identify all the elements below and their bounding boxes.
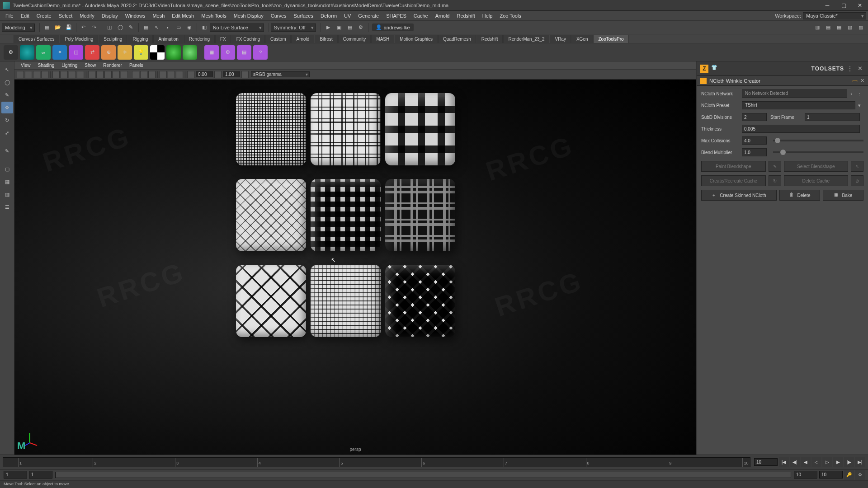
- vp-smooth-shade-icon[interactable]: [96, 71, 104, 78]
- view-menu-show[interactable]: Show: [81, 62, 99, 68]
- menu-redshift[interactable]: Redshift: [453, 12, 478, 19]
- workspace-select[interactable]: Maya Classic*: [803, 12, 866, 19]
- live-surface-dropdown[interactable]: No Live Surface: [210, 23, 264, 32]
- vp-xray-icon[interactable]: [140, 71, 147, 78]
- vp-resolution-gate-icon[interactable]: [69, 71, 76, 78]
- select-mode-icon[interactable]: ◫: [104, 23, 114, 33]
- scale-tool-icon[interactable]: ⤢: [1, 127, 13, 139]
- new-scene-icon[interactable]: ▦: [42, 23, 52, 33]
- cushion-7[interactable]: [236, 265, 306, 337]
- cushion-9[interactable]: [385, 265, 455, 337]
- cushion-4[interactable]: [236, 179, 306, 251]
- save-scene-icon[interactable]: 💾: [64, 23, 74, 33]
- paint-tool-icon[interactable]: ✎: [1, 89, 13, 101]
- range-start-field[interactable]: [4, 471, 27, 479]
- vp-select-camera-icon[interactable]: [17, 71, 24, 78]
- menu-help[interactable]: Help: [479, 12, 496, 19]
- rotate-tool-icon[interactable]: ↻: [1, 114, 13, 126]
- user-account[interactable]: 👤 andrewsilke: [372, 23, 414, 31]
- menu-generate[interactable]: Generate: [354, 12, 382, 19]
- go-start-icon[interactable]: |◀: [779, 457, 789, 467]
- toolsets-close-icon[interactable]: ✕: [856, 65, 864, 72]
- create-cache-button[interactable]: Create/Recreate Cache: [701, 175, 766, 186]
- undo-icon[interactable]: ↶: [79, 23, 89, 33]
- menu-mesh-display[interactable]: Mesh Display: [230, 12, 267, 19]
- vp-gamma-field[interactable]: [223, 71, 240, 77]
- sidebar-toggle-2-icon[interactable]: ▤: [823, 23, 833, 33]
- select-blend-icon[interactable]: ↖: [851, 161, 863, 172]
- tab-rendering[interactable]: Rendering: [184, 35, 215, 43]
- select-blendshape-button[interactable]: Select Blendshape: [784, 161, 849, 172]
- tab-xgen[interactable]: XGen: [571, 35, 593, 43]
- vp-isolate-icon[interactable]: [132, 71, 139, 78]
- shelf-zoo-atom-icon[interactable]: ⚛: [118, 45, 132, 60]
- cushion-1[interactable]: [236, 93, 306, 165]
- shelf-zoo-hdri-icon[interactable]: [166, 45, 181, 60]
- step-forward-icon[interactable]: ▶: [833, 457, 843, 467]
- shelf-zoo-light-icon[interactable]: 💡: [134, 45, 148, 60]
- layout-two-icon[interactable]: ▥: [1, 188, 13, 200]
- cushion-8[interactable]: [311, 265, 381, 337]
- paint-blend-icon[interactable]: ✎: [769, 161, 781, 172]
- tshirt-icon[interactable]: 👕: [711, 65, 719, 73]
- last-tool-icon[interactable]: ✎: [1, 145, 13, 157]
- tool-minimize-icon[interactable]: ▭: [852, 77, 858, 84]
- vp-wireframe-icon[interactable]: [88, 71, 95, 78]
- sidebar-toggle-3-icon[interactable]: ▦: [834, 23, 844, 33]
- maxcol-slider[interactable]: [773, 140, 863, 141]
- menu-windows[interactable]: Windows: [122, 12, 149, 19]
- blend-slider[interactable]: [773, 151, 863, 153]
- zoo-z-icon[interactable]: Z: [700, 65, 708, 73]
- shelf-zoo-globe-icon[interactable]: [20, 45, 34, 60]
- shelf-zoo-mirror-icon[interactable]: ◫: [69, 45, 83, 60]
- tab-community[interactable]: Community: [338, 35, 371, 43]
- range-end-field[interactable]: [819, 471, 843, 479]
- paint-blendshape-button[interactable]: Paint Blendshape: [701, 161, 766, 172]
- create-cache-icon[interactable]: ↻: [769, 175, 781, 186]
- cushion-2[interactable]: [311, 93, 381, 165]
- tab-rigging[interactable]: Rigging: [127, 35, 153, 43]
- render-settings-icon[interactable]: ⚙: [356, 23, 366, 33]
- minimize-button[interactable]: ─: [819, 0, 835, 11]
- go-end-icon[interactable]: ▶|: [855, 457, 865, 467]
- menu-surfaces[interactable]: Surfaces: [290, 12, 317, 19]
- tab-poly-modeling[interactable]: Poly Modeling: [60, 35, 98, 43]
- tab-arnold[interactable]: Arnold: [291, 35, 314, 43]
- range-playstart-field[interactable]: [29, 471, 52, 479]
- menu-shapes[interactable]: SHAPES: [382, 12, 410, 19]
- ncloth-preset-arrow-icon[interactable]: ▾: [855, 103, 863, 108]
- live-surface-icon[interactable]: ◧: [199, 23, 209, 33]
- thickness-field[interactable]: [742, 125, 860, 133]
- menu-modify[interactable]: Modify: [76, 12, 98, 19]
- viewport[interactable]: ↖ persp M RRCG RRCG RRCG RRCG: [14, 80, 696, 455]
- close-button[interactable]: ✕: [852, 0, 868, 11]
- tab-bifrost[interactable]: Bifrost: [315, 35, 337, 43]
- shelf-zoo-render-icon[interactable]: [183, 45, 197, 60]
- vp-ao-icon[interactable]: [160, 71, 167, 78]
- move-tool-icon[interactable]: ✥: [1, 102, 13, 113]
- vp-use-lights-icon[interactable]: [113, 71, 120, 78]
- view-menu-view[interactable]: View: [17, 62, 34, 68]
- menu-cache[interactable]: Cache: [410, 12, 432, 19]
- tab-renderman[interactable]: RenderMan_23_2: [503, 35, 549, 43]
- delete-cache-button[interactable]: Delete Cache: [784, 175, 849, 186]
- shelf-zoo-toolset-icon[interactable]: ▦: [204, 45, 219, 60]
- tab-quadremesh[interactable]: QuadRemesh: [438, 35, 476, 43]
- auto-key-icon[interactable]: 🔑: [844, 470, 854, 480]
- blend-field[interactable]: [742, 148, 767, 156]
- snap-live-icon[interactable]: ◉: [184, 23, 194, 33]
- menu-create[interactable]: Create: [33, 12, 55, 19]
- tool-close-icon[interactable]: ✕: [860, 78, 864, 84]
- sidebar-toggle-5-icon[interactable]: ▨: [856, 23, 866, 33]
- tab-zootoolspro[interactable]: ZooToolsPro: [594, 35, 629, 43]
- view-menu-renderer[interactable]: Renderer: [99, 62, 126, 68]
- tab-fx[interactable]: FX: [215, 35, 231, 43]
- cushion-6[interactable]: [385, 179, 455, 251]
- shelf-zoo-replace-icon[interactable]: ⇄: [85, 45, 99, 60]
- tab-animation[interactable]: Animation: [153, 35, 183, 43]
- shelf-zoo-calendar-icon[interactable]: ▤: [237, 45, 251, 60]
- shelf-zoo-gear-icon[interactable]: ⚙: [221, 45, 235, 60]
- playblast-icon[interactable]: ▶: [323, 23, 333, 33]
- play-forward-icon[interactable]: ▷: [822, 457, 832, 467]
- vp-shadows-icon[interactable]: [121, 71, 128, 78]
